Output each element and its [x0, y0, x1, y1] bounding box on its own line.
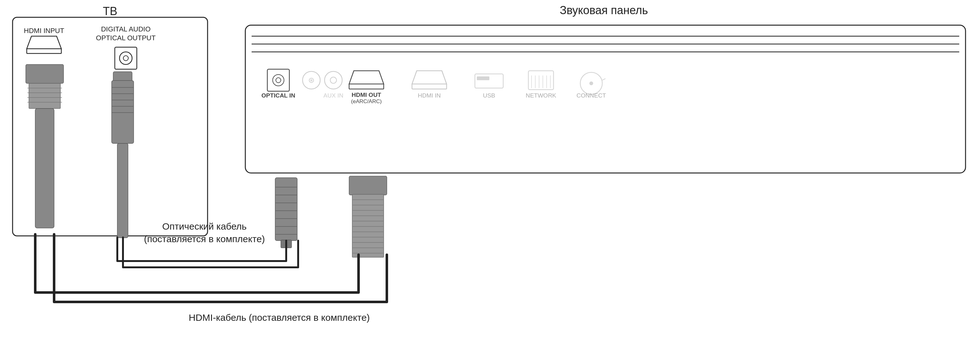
svg-text:USB: USB [483, 92, 495, 99]
svg-text:HDMI-кабель (поставляется в ко: HDMI-кабель (поставляется в комплекте) [189, 312, 370, 323]
svg-rect-9 [115, 47, 137, 69]
svg-text:ТВ: ТВ [103, 5, 117, 17]
svg-point-11 [123, 56, 128, 61]
diagram: ТВ HDMI INPUT DIGITAL AUDIO OPTICAL OUTP… [0, 0, 980, 351]
svg-text:OPTICAL OUTPUT: OPTICAL OUTPUT [96, 34, 156, 42]
svg-point-36 [302, 71, 320, 89]
svg-point-63 [580, 72, 602, 94]
svg-point-38 [325, 71, 342, 89]
svg-text:HDMI INPUT: HDMI INPUT [24, 27, 64, 35]
svg-rect-0 [13, 17, 208, 236]
svg-text:(поставляется в комплекте): (поставляется в комплекте) [144, 234, 265, 244]
svg-rect-52 [475, 74, 503, 88]
svg-rect-26 [117, 143, 128, 238]
svg-rect-67 [275, 178, 297, 241]
svg-rect-55 [528, 71, 554, 90]
svg-point-39 [330, 77, 337, 83]
svg-text:HDMI OUT: HDMI OUT [352, 92, 381, 98]
svg-text:HDMI IN: HDMI IN [418, 92, 441, 99]
svg-rect-77 [352, 194, 384, 257]
svg-marker-47 [412, 71, 447, 84]
svg-point-33 [273, 75, 284, 86]
svg-rect-13 [29, 83, 60, 108]
svg-text:AUX IN: AUX IN [323, 92, 343, 99]
svg-rect-53 [477, 76, 489, 80]
svg-rect-18 [35, 108, 54, 228]
svg-rect-19 [113, 72, 132, 81]
svg-text:⊛: ⊛ [308, 76, 315, 84]
svg-marker-41 [349, 71, 384, 84]
svg-rect-75 [281, 240, 291, 248]
svg-text:(eARC/ARC): (eARC/ARC) [351, 98, 382, 105]
svg-text:NETWORK: NETWORK [525, 92, 556, 99]
svg-line-65 [602, 79, 605, 80]
svg-point-64 [589, 81, 593, 85]
svg-marker-3 [27, 36, 61, 49]
svg-text:OPTICAL IN: OPTICAL IN [261, 92, 295, 99]
svg-text:CONNECT: CONNECT [576, 92, 606, 99]
svg-text:Звуковая панель: Звуковая панель [560, 4, 648, 17]
svg-rect-20 [111, 81, 134, 143]
svg-rect-76 [349, 176, 387, 195]
svg-text:DIGITAL AUDIO: DIGITAL AUDIO [101, 25, 151, 33]
svg-point-34 [276, 78, 281, 83]
svg-point-10 [119, 52, 132, 65]
svg-rect-12 [26, 65, 64, 83]
svg-rect-28 [245, 25, 966, 173]
svg-rect-32 [267, 69, 290, 91]
svg-text:Оптический кабель: Оптический кабель [162, 221, 247, 232]
